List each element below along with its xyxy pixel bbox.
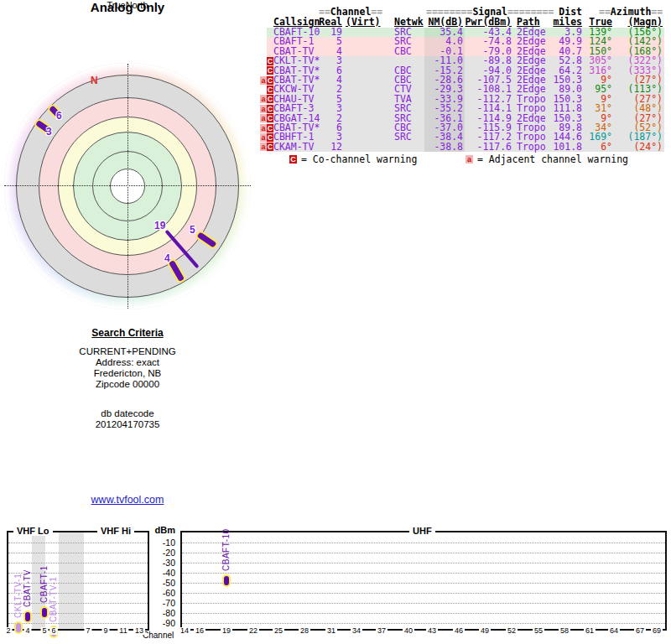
uhf-plot-box: [180, 531, 667, 631]
cell-netwk: [394, 143, 423, 152]
adjacent-warning-badge: a: [260, 105, 267, 113]
dbm-gridline: [182, 543, 665, 543]
signal-bar-label-CBAFT-10: CBAFT-10: [221, 501, 231, 571]
dbm-tick-label: -50: [140, 578, 175, 588]
uhf-channel-tick: 43: [426, 627, 438, 635]
col-header-virt: (Virt): [346, 18, 382, 27]
vhf-hi-label: VHF Hi: [97, 526, 134, 536]
tvfool-link[interactable]: www.tvfool.com: [91, 494, 164, 506]
dbm-tick-label: -40: [140, 568, 175, 578]
db-datecode: db datecode 201204170735: [34, 408, 221, 430]
uhf-channel-tick: 64: [608, 627, 620, 635]
vhf-channel-tick: 11: [117, 627, 128, 635]
adjacent-warning-badge: a: [260, 114, 267, 122]
cell-virt: [346, 143, 382, 152]
cell-magn-azimuth: (24°): [621, 143, 663, 152]
dbm-gridline: [182, 573, 665, 574]
db-datecode-label: db datecode: [34, 408, 221, 419]
crosshair-vertical: [127, 64, 128, 309]
cochannel-legend-symbol: C: [289, 155, 297, 164]
cell-virt: [346, 75, 382, 85]
adjacent-warning-badge: a: [260, 95, 267, 103]
vhf-channel-tick: 2: [4, 627, 12, 635]
cochannel-warning-badge: C: [267, 66, 273, 75]
dbm-axis-label: dBm: [140, 525, 175, 535]
uhf-channel-tick: 28: [299, 627, 310, 635]
cell-virt: [346, 114, 382, 123]
dbm-tick-label: -90: [140, 618, 175, 628]
radar-marker-label-6: 6: [56, 110, 62, 122]
table-row: aCCKAM-TV12-38.8-117.6Tropo101.86°(24°): [267, 143, 664, 152]
dbm-gridline: [182, 603, 665, 604]
search-line: Address: exact: [34, 357, 221, 368]
uhf-channel-tick: 58: [559, 627, 570, 635]
signal-bar-label-CBAT-TV-1: CBAT-TV-1: [48, 552, 59, 622]
dbm-gridline: [182, 623, 665, 624]
adjacent-warning-badge: a: [260, 133, 267, 142]
cell-virt: [346, 132, 382, 142]
cell-virt: [346, 56, 382, 65]
uhf-channel-tick: 40: [403, 627, 414, 635]
dbm-tick-label: -70: [140, 598, 175, 608]
uhf-channel-tick: 31: [325, 627, 337, 635]
dbm-gridline: [182, 583, 665, 584]
radar-marker-label-19: 19: [154, 220, 165, 231]
dbm-tick-label: -60: [140, 588, 175, 598]
vhf-lo-label: VHF Lo: [13, 526, 53, 536]
uhf-channel-tick: 25: [273, 627, 284, 635]
search-criteria: Search Criteria CURRENT+PENDING Address:…: [34, 327, 221, 430]
cochannel-warning-badge: C: [267, 57, 273, 65]
tvfool-link-wrap: www.tvfool.com: [50, 494, 205, 506]
vhf-channel-tick: 4: [23, 627, 31, 635]
uhf-channel-tick: 22: [247, 627, 259, 635]
cell-virt: [346, 85, 382, 94]
adjacent-warning-badge: a: [260, 143, 267, 151]
radar-subtitle: TrueNorth: [0, 0, 255, 10]
cell-virt: [346, 66, 382, 75]
cochannel-warning-badge: C: [267, 124, 273, 132]
radar-marker-label-4: 4: [164, 252, 170, 264]
cochannel-warning-badge: C: [267, 143, 273, 151]
cell-netwk: SRC: [394, 132, 423, 142]
dbm-tick-label: -10: [140, 538, 175, 548]
uhf-channel-tick: 14: [179, 627, 190, 635]
dbm-gridline: [182, 553, 665, 553]
radar-marker-label-5: 5: [190, 224, 195, 236]
north-label: N: [91, 75, 98, 86]
uhf-channel-tick: 19: [221, 627, 232, 635]
cochannel-warning-badge: C: [267, 86, 273, 94]
dbm-gridline: [182, 593, 665, 594]
tvfool-report-page: { "colors":{ "purple":"#8822dd","green":…: [0, 0, 671, 644]
search-line: Fredericton, NB: [34, 368, 221, 379]
uhf-channel-tick: 69: [651, 627, 663, 635]
cell-virt: [346, 123, 382, 132]
vhf-channel-tick: 7: [84, 627, 91, 635]
adjacent-legend-symbol: a: [466, 155, 473, 164]
cochannel-warning-badge: C: [267, 76, 273, 85]
adjacent-legend: a= Adjacent channel warning: [466, 155, 628, 165]
uhf-channel-tick: 61: [584, 627, 596, 635]
search-criteria-title: Search Criteria: [34, 327, 221, 339]
uhf-channel-tick: 16: [194, 627, 205, 635]
cochannel-legend: C= Co-channel warning: [289, 155, 417, 165]
uhf-label: UHF: [409, 526, 435, 536]
cell-netwk: CBC: [394, 47, 423, 56]
radar-marker-label-3: 3: [46, 126, 52, 138]
dbm-tick-label: -80: [140, 608, 175, 618]
cochannel-warning-badge: C: [267, 105, 273, 113]
signal-bar-CBAFT-10: [222, 574, 231, 587]
uhf-channel-tick: 37: [376, 627, 388, 635]
uhf-channel-tick: 55: [533, 627, 544, 635]
cell-real: 12: [312, 143, 342, 152]
signal-bar-CBAT-TV: [23, 610, 32, 623]
cochannel-legend-text: = Co-channel warning: [301, 153, 417, 165]
signal-bar-label-CBAT-TV: CBAT-TV: [22, 537, 33, 607]
search-line: Zipcode 00000: [34, 379, 221, 390]
cell-virt: [346, 28, 382, 37]
vhf-channel-tick: 13: [133, 627, 145, 635]
cell-nm: -38.8: [426, 143, 463, 152]
vhf-channel-tick: 9: [101, 627, 109, 635]
adjacent-warning-badge: a: [260, 124, 267, 132]
cell-virt: [346, 37, 382, 46]
uhf-channel-tick: 67: [634, 627, 646, 635]
